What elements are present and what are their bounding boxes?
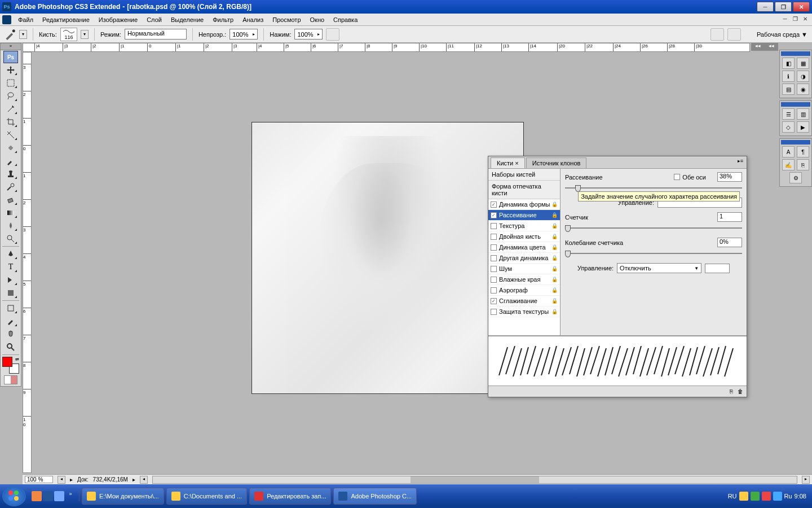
histogram-icon[interactable]: ▦ xyxy=(797,58,809,69)
brush-attr-checkbox[interactable] xyxy=(491,277,497,283)
both-axes-checkbox[interactable] xyxy=(674,174,680,180)
trash-icon[interactable]: 🗑 xyxy=(738,388,743,395)
blend-mode-select[interactable]: Нормальный xyxy=(125,29,187,40)
tab-brushes[interactable]: Кисти × xyxy=(491,157,525,168)
scroll-left-btn[interactable]: ◂ xyxy=(58,476,65,484)
panel-menu-icon[interactable]: ▸≡ xyxy=(735,157,745,164)
brush-attr-checkbox[interactable] xyxy=(491,255,497,261)
quickmask-toggle[interactable] xyxy=(4,375,17,384)
tray-icon-3[interactable] xyxy=(762,492,771,501)
ql-icon-3[interactable] xyxy=(54,491,64,501)
stamp-tool[interactable] xyxy=(3,168,18,180)
color-icon[interactable]: ◑ xyxy=(797,71,809,82)
paths-icon[interactable]: ◇ xyxy=(782,121,795,133)
brush-attr-row-1[interactable]: ✓Рассеивание🔒 xyxy=(488,210,560,221)
count-jitter-slider[interactable] xyxy=(565,249,742,257)
brush-attr-row-8[interactable]: Аэрограф🔒 xyxy=(488,285,560,296)
brush-panel-icon[interactable]: ✍ xyxy=(782,159,795,170)
history-brush-tool[interactable] xyxy=(3,181,18,193)
toolbox-handle[interactable]: » xyxy=(1,43,21,50)
lock-icon[interactable]: 🔒 xyxy=(551,287,558,293)
menu-file[interactable]: Файл xyxy=(14,16,38,23)
lock-icon[interactable]: 🔒 xyxy=(551,277,558,282)
color-swatches[interactable]: ⇄ xyxy=(2,357,19,374)
brush-attr-checkbox[interactable] xyxy=(491,234,497,240)
menu-filter[interactable]: Фильтр xyxy=(208,16,238,23)
lock-icon[interactable]: 🔒 xyxy=(551,212,558,218)
minimize-button[interactable]: ─ xyxy=(757,2,774,12)
ql-icon-4[interactable]: » xyxy=(65,491,76,501)
brush-attr-row-5[interactable]: Другая динамика🔒 xyxy=(488,253,560,264)
brush-attr-checkbox[interactable] xyxy=(491,244,497,251)
tray-icon-4[interactable] xyxy=(773,492,782,501)
doc-restore[interactable]: ❐ xyxy=(791,15,800,23)
lasso-tool[interactable] xyxy=(3,90,18,102)
layers-icon[interactable]: ☰ xyxy=(782,108,795,120)
maximize-button[interactable]: ❐ xyxy=(775,2,792,12)
clone-panel-icon[interactable]: ⎘ xyxy=(797,159,809,170)
brush-attr-row-3[interactable]: Двойная кисть🔒 xyxy=(488,231,560,242)
brush-dropdown[interactable]: ▾ xyxy=(81,30,89,39)
navigator-icon[interactable]: ◧ xyxy=(782,58,795,69)
palette-icon-1[interactable] xyxy=(710,28,724,41)
marquee-tool[interactable] xyxy=(3,77,18,89)
path-tool[interactable] xyxy=(3,274,18,286)
foreground-color[interactable] xyxy=(2,357,12,367)
lock-icon[interactable]: 🔒 xyxy=(551,202,558,207)
taskbar-item-0[interactable]: E:\Мои документы\... xyxy=(82,488,164,505)
menu-layer[interactable]: Слой xyxy=(142,16,166,23)
lock-icon[interactable]: 🔒 xyxy=(551,266,558,271)
scatter-slider[interactable] xyxy=(565,184,742,192)
tool-preset-dropdown[interactable]: ▾ xyxy=(19,30,27,39)
slice-tool[interactable] xyxy=(3,129,18,141)
tray-icon-2[interactable] xyxy=(751,492,760,501)
menu-image[interactable]: Изображение xyxy=(94,16,142,23)
workspace-dropdown[interactable]: Рабочая среда ▼ xyxy=(757,31,807,38)
taskbar-item-1[interactable]: C:\Documents and ... xyxy=(166,488,247,505)
brush-attr-checkbox[interactable]: ✓ xyxy=(491,202,497,208)
brush-presets-header[interactable]: Наборы кистей xyxy=(488,169,560,181)
paragraph-icon[interactable]: ¶ xyxy=(797,146,809,157)
hand-tool[interactable] xyxy=(3,328,18,340)
close-button[interactable]: ✕ xyxy=(793,2,810,12)
control2-select[interactable]: Отключить▼ xyxy=(617,263,701,273)
swap-colors-icon[interactable]: ⇄ xyxy=(15,357,19,362)
move-tool[interactable] xyxy=(3,64,18,76)
gradient-tool[interactable] xyxy=(3,207,18,219)
lock-icon[interactable]: 🔒 xyxy=(551,255,558,261)
scatter-value[interactable]: 38% xyxy=(717,172,742,182)
brush-attr-row-9[interactable]: ✓Сглаживание🔒 xyxy=(488,296,560,306)
eyedropper-tool[interactable] xyxy=(3,315,18,327)
lock-icon[interactable]: 🔒 xyxy=(551,244,558,250)
control2-extra[interactable] xyxy=(705,264,730,273)
brush-preview[interactable]: 116 xyxy=(60,28,77,41)
menu-view[interactable]: Просмотр xyxy=(268,16,305,23)
actions-icon[interactable]: ▶ xyxy=(797,121,809,133)
zoom-field[interactable]: 100 % xyxy=(25,476,53,483)
notes-tool[interactable] xyxy=(3,302,18,314)
channels-icon[interactable]: ▥ xyxy=(797,108,809,120)
swatches-icon[interactable]: ▤ xyxy=(782,84,795,95)
shape-tool[interactable] xyxy=(3,287,18,299)
tray-icon-1[interactable] xyxy=(739,492,748,501)
brush-attr-row-10[interactable]: Защита текстуры🔒 xyxy=(488,306,560,317)
horizontal-scrollbar[interactable] xyxy=(152,476,797,484)
scrollbar-right[interactable]: ▸ xyxy=(802,476,810,484)
pen-tool[interactable] xyxy=(3,248,18,260)
taskbar-item-3[interactable]: Adobe Photoshop C... xyxy=(333,488,417,505)
brush-attr-row-4[interactable]: Динамика цвета🔒 xyxy=(488,242,560,253)
start-button[interactable] xyxy=(2,486,26,506)
doc-minimize[interactable]: ─ xyxy=(780,15,789,23)
document-canvas[interactable] xyxy=(251,122,524,394)
menu-window[interactable]: Окно xyxy=(306,16,329,23)
wand-tool[interactable] xyxy=(3,103,18,115)
menu-analyze[interactable]: Анализ xyxy=(238,16,268,23)
character-icon[interactable]: A xyxy=(782,146,795,157)
brush-tip-shape[interactable]: Форма отпечатка кисти xyxy=(488,181,560,199)
count-jitter-value[interactable]: 0% xyxy=(717,238,742,247)
brush-attr-row-2[interactable]: Текстура🔒 xyxy=(488,221,560,231)
ql-icon-1[interactable] xyxy=(32,491,42,501)
count-slider[interactable] xyxy=(565,224,742,232)
menu-edit[interactable]: Редактирование xyxy=(38,16,94,23)
eraser-tool[interactable] xyxy=(3,194,18,206)
